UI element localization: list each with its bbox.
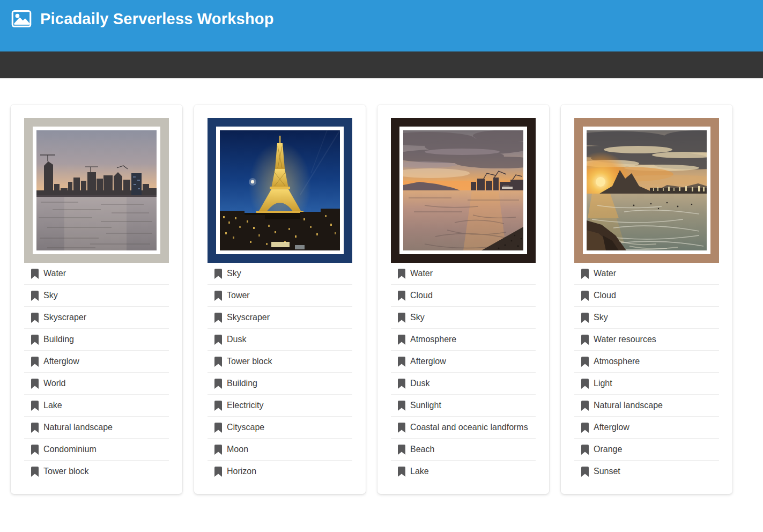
tag-item: Afterglow xyxy=(574,417,719,439)
tag-list: WaterCloudSkyWater resourcesAtmosphereLi… xyxy=(574,263,719,482)
bookmark-icon xyxy=(214,291,222,301)
bookmark-icon xyxy=(214,445,222,455)
tag-item: World xyxy=(24,373,169,395)
bookmark-icon xyxy=(398,291,405,301)
tag-item: Cloud xyxy=(574,285,719,307)
tag-item: Natural landscape xyxy=(574,395,719,417)
photo-card: WaterSkySkyscraperBuildingAfterglowWorld… xyxy=(11,105,182,494)
bookmark-icon xyxy=(581,379,589,389)
tag-item: Coastal and oceanic landforms xyxy=(391,417,536,439)
tag-label: Sunset xyxy=(594,465,620,478)
tag-item: Afterglow xyxy=(391,351,536,373)
tag-label: Skyscraper xyxy=(227,311,270,324)
tag-label: Water xyxy=(594,267,616,280)
photo-frame xyxy=(391,118,536,263)
bookmark-icon xyxy=(31,423,39,433)
bookmark-icon xyxy=(214,357,222,367)
tag-item: Electricity xyxy=(208,395,352,417)
secondary-toolbar xyxy=(0,51,763,78)
tag-item: Lake xyxy=(24,395,169,417)
sunset-bay-photo xyxy=(403,130,523,250)
bookmark-icon xyxy=(214,269,222,279)
bookmark-icon xyxy=(31,335,39,345)
tag-item: Water xyxy=(574,263,719,285)
bookmark-icon xyxy=(214,313,222,323)
tag-label: Lake xyxy=(43,399,62,412)
tag-label: Horizon xyxy=(227,465,256,478)
tag-label: Water resources xyxy=(594,333,656,346)
bookmark-icon xyxy=(214,401,222,411)
bookmark-icon xyxy=(581,467,589,477)
tag-item: Water xyxy=(24,263,169,285)
photo-frame xyxy=(24,118,169,263)
bookmark-icon xyxy=(581,445,589,455)
page-title: Picadaily Serverless Workshop xyxy=(40,11,274,27)
tag-item: Condominium xyxy=(24,439,169,461)
app-header: Picadaily Serverless Workshop xyxy=(0,0,763,51)
photo-frame xyxy=(574,118,719,263)
tag-label: Electricity xyxy=(227,399,263,412)
tag-list: WaterSkySkyscraperBuildingAfterglowWorld… xyxy=(24,263,169,482)
tag-label: Water xyxy=(43,267,66,280)
photo-matte xyxy=(583,127,710,254)
tag-item: Tower block xyxy=(208,351,352,373)
tag-item: Sky xyxy=(574,307,719,329)
bookmark-icon xyxy=(214,467,222,477)
bookmark-icon xyxy=(31,269,39,279)
photo-card: WaterCloudSkyAtmosphereAfterglowDuskSunl… xyxy=(377,105,549,494)
photo-frame xyxy=(208,118,352,263)
tag-label: Skyscraper xyxy=(43,311,86,324)
tag-label: Cityscape xyxy=(227,421,264,434)
tag-item: Natural landscape xyxy=(24,417,169,439)
tag-label: Dusk xyxy=(227,333,246,346)
tag-label: Sky xyxy=(410,311,425,324)
tag-item: Horizon xyxy=(208,461,352,482)
bookmark-icon xyxy=(398,401,405,411)
photo-card: WaterCloudSkyWater resourcesAtmosphereLi… xyxy=(561,105,732,494)
bookmark-icon xyxy=(398,467,405,477)
tag-item: Building xyxy=(24,329,169,351)
tag-label: Afterglow xyxy=(410,355,446,368)
bookmark-icon xyxy=(214,423,222,433)
tag-label: Sunlight xyxy=(410,399,441,412)
bookmark-icon xyxy=(31,401,39,411)
tag-list: SkyTowerSkyscraperDuskTower blockBuildin… xyxy=(208,263,352,482)
image-icon xyxy=(11,10,32,27)
rio-beach-sunset-photo xyxy=(587,130,707,250)
photo-matte xyxy=(216,127,344,254)
bookmark-icon xyxy=(398,313,405,323)
tag-item: Cloud xyxy=(391,285,536,307)
tag-label: Natural landscape xyxy=(43,421,113,434)
bookmark-icon xyxy=(31,291,39,301)
tag-item: Water resources xyxy=(574,329,719,351)
bookmark-icon xyxy=(398,335,405,345)
bookmark-icon xyxy=(581,357,589,367)
tag-label: Cloud xyxy=(594,289,616,302)
tag-item: Sky xyxy=(208,263,352,285)
tag-label: Sky xyxy=(594,311,608,324)
bookmark-icon xyxy=(398,357,405,367)
bookmark-icon xyxy=(581,423,589,433)
bookmark-icon xyxy=(31,379,39,389)
tag-label: Water xyxy=(410,267,433,280)
bookmark-icon xyxy=(31,313,39,323)
tag-item: Skyscraper xyxy=(208,307,352,329)
bookmark-icon xyxy=(581,291,589,301)
bookmark-icon xyxy=(398,445,405,455)
tag-item: Afterglow xyxy=(24,351,169,373)
bookmark-icon xyxy=(214,335,222,345)
bookmark-icon xyxy=(214,379,222,389)
photo-matte xyxy=(399,127,527,254)
tag-item: Cityscape xyxy=(208,417,352,439)
tag-item: Sunset xyxy=(574,461,719,482)
tag-label: Building xyxy=(43,333,74,346)
tag-label: World xyxy=(43,377,66,390)
tag-label: Tower block xyxy=(43,465,88,478)
tag-item: Sky xyxy=(391,307,536,329)
tag-label: Building xyxy=(227,377,257,390)
tag-item: Orange xyxy=(574,439,719,461)
bookmark-icon xyxy=(31,357,39,367)
tag-item: Moon xyxy=(208,439,352,461)
tag-label: Natural landscape xyxy=(594,399,663,412)
bookmark-icon xyxy=(581,269,589,279)
